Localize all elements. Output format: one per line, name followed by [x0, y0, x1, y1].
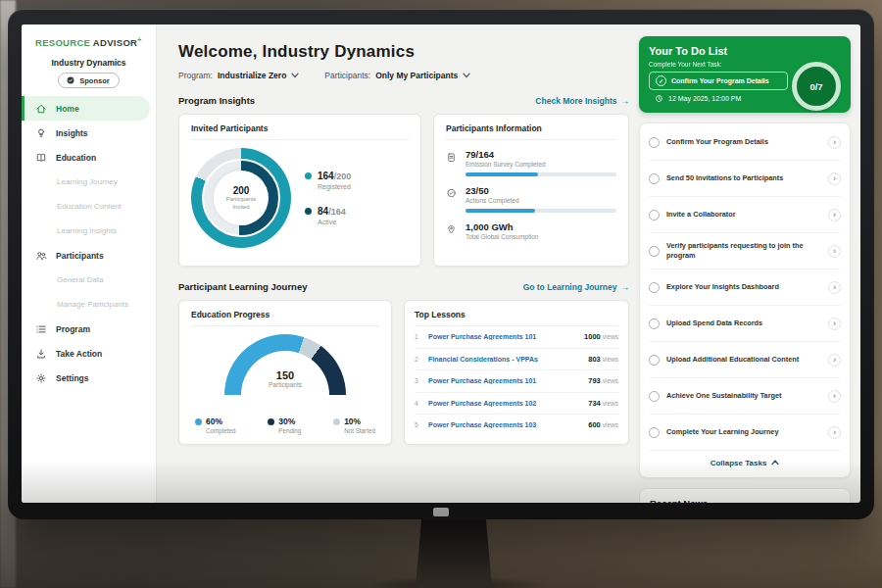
- recent-news-title: Recent News: [650, 498, 840, 503]
- legend-item-pending: 30% Pending: [268, 416, 301, 434]
- legend-dot: [268, 418, 274, 425]
- nav-label: Learning Insights: [57, 226, 117, 235]
- consumption-label: Total Global Consumption: [466, 233, 616, 240]
- sponsor-badge[interactable]: Sponsor: [58, 73, 119, 88]
- lesson-views-suffix: views: [603, 377, 618, 384]
- task-item[interactable]: Verify participants requesting to join t…: [649, 233, 841, 270]
- chevron-right-icon[interactable]: ›: [828, 354, 841, 367]
- program-list-icon: [35, 323, 48, 335]
- lesson-views: 734: [588, 399, 601, 408]
- monitor-stand: [416, 517, 492, 588]
- lesson-link[interactable]: Power Purchase Agreements 101: [428, 333, 578, 340]
- learning-journey-cards: Education Progress 150 Participants: [178, 300, 629, 445]
- task-label: Upload Spend Data Records: [666, 318, 821, 328]
- legend-item-active: 84/164 Active: [305, 206, 351, 225]
- chevron-right-icon[interactable]: ›: [828, 172, 841, 185]
- top-lessons-card-title: Top Lessons: [415, 310, 618, 326]
- participants-dropdown[interactable]: Participants: Only My Participants: [324, 71, 470, 80]
- lesson-views-suffix: views: [603, 421, 618, 428]
- task-checkbox[interactable]: [649, 173, 660, 184]
- arrow-right-icon: →: [621, 96, 630, 106]
- chevron-right-icon[interactable]: ›: [828, 281, 841, 294]
- check-more-insights-link[interactable]: Check More Insights →: [535, 96, 629, 106]
- learning-journey-section-head: Participant Learning Journey Go to Learn…: [178, 281, 629, 292]
- learning-journey-title: Participant Learning Journey: [178, 281, 307, 292]
- sidebar-item-take-action[interactable]: Take Action: [22, 341, 156, 366]
- task-item[interactable]: Achieve One Sustainability Target ›: [649, 378, 841, 415]
- task-item[interactable]: Explore Your Insights Dashboard ›: [649, 270, 841, 306]
- lesson-views-suffix: views: [603, 333, 618, 340]
- legend-dot: [305, 208, 312, 215]
- todo-next-task[interactable]: ✓ Confirm Your Program Details: [649, 72, 788, 90]
- sidebar-item-education[interactable]: Education: [22, 145, 156, 170]
- lesson-link[interactable]: Power Purchase Agreements 103: [428, 421, 582, 428]
- todo-card: Your To Do List Complete Your Next Task:…: [639, 36, 851, 113]
- nav-label: Program: [56, 324, 90, 334]
- participants-information-card: Participants Information 79/164 Emission…: [433, 114, 629, 267]
- task-item[interactable]: Confirm Your Program Details ›: [649, 124, 841, 161]
- task-checkbox[interactable]: [649, 282, 660, 293]
- chevron-right-icon[interactable]: ›: [828, 245, 841, 258]
- legend-label: Registered: [318, 183, 351, 190]
- sidebar-item-learning-journey[interactable]: Learning Journey: [22, 170, 156, 194]
- chevron-right-icon[interactable]: ›: [828, 209, 841, 221]
- task-checkbox[interactable]: [649, 210, 660, 220]
- task-checkbox[interactable]: [649, 246, 660, 257]
- program-dropdown[interactable]: Program: Industrialize Zero: [178, 71, 299, 80]
- chevron-right-icon[interactable]: ›: [828, 318, 841, 330]
- task-item[interactable]: Invite a Collaborator ›: [649, 197, 841, 233]
- task-checkbox[interactable]: [649, 137, 660, 148]
- chevron-right-icon[interactable]: ›: [828, 136, 841, 149]
- lesson-rank: 1: [415, 333, 422, 340]
- brand-plus: +: [137, 36, 141, 43]
- sidebar-item-participants[interactable]: Participants: [22, 243, 156, 268]
- task-checkbox[interactable]: [649, 318, 660, 329]
- nav-label: Home: [56, 104, 79, 114]
- task-item[interactable]: Send 50 Invitations to Participants ›: [649, 161, 841, 197]
- arrow-right-icon: →: [621, 282, 630, 292]
- stand-shadow: [323, 572, 588, 588]
- sidebar-item-settings[interactable]: Settings: [22, 366, 156, 390]
- recent-news-card: Recent News: [639, 488, 851, 503]
- survey-progress-track: [466, 172, 616, 176]
- task-label: Confirm Your Program Details: [666, 137, 821, 147]
- sidebar-item-insights[interactable]: Insights: [22, 121, 156, 145]
- lesson-views-suffix: views: [603, 356, 618, 363]
- go-to-learning-journey-link[interactable]: Go to Learning Journey →: [523, 282, 629, 292]
- home-icon: [35, 103, 48, 115]
- todo-title: Your To Do List: [649, 45, 841, 57]
- lesson-views: 803: [588, 355, 601, 364]
- collapse-tasks-button[interactable]: Collapse Tasks: [649, 451, 841, 474]
- sidebar-item-general-data[interactable]: General Data: [22, 268, 156, 292]
- chevron-right-icon[interactable]: ›: [828, 426, 841, 439]
- sidebar-item-manage-participants[interactable]: Manage Participants: [22, 292, 156, 317]
- sidebar-item-learning-insights[interactable]: Learning Insights: [22, 219, 156, 243]
- sidebar-item-home[interactable]: Home: [22, 96, 150, 121]
- chevron-down-icon: [463, 73, 470, 78]
- lesson-row: 2 Financial Considerations - VPPAs 803vi…: [415, 349, 618, 371]
- lesson-link[interactable]: Power Purchase Agreements 102: [428, 400, 582, 407]
- task-checkbox[interactable]: [649, 355, 660, 366]
- chevron-right-icon[interactable]: ›: [828, 390, 841, 403]
- legend-label: Active: [318, 219, 346, 225]
- task-checkbox[interactable]: [649, 427, 660, 438]
- task-item[interactable]: Upload Spend Data Records ›: [649, 306, 841, 342]
- sidebar-item-education-content[interactable]: Education Content: [22, 194, 156, 219]
- lesson-link[interactable]: Financial Considerations - VPPAs: [428, 356, 582, 363]
- lesson-link[interactable]: Power Purchase Agreements 101: [428, 377, 582, 384]
- photo-background: RESOURCE ADVISOR+ Industry Dynamics Spon…: [0, 0, 882, 588]
- task-checkbox[interactable]: [649, 391, 660, 402]
- consumption-value: 1,000 GWh: [466, 221, 616, 232]
- survey-value: 79/164: [466, 149, 616, 160]
- legend-item-registered: 164/200 Registered: [305, 171, 351, 190]
- task-item[interactable]: Upload Additional Educational Content ›: [649, 342, 841, 378]
- education-icon: [35, 152, 48, 164]
- lesson-rank: 3: [415, 377, 422, 384]
- survey-progress-fill: [466, 172, 538, 176]
- task-item[interactable]: Complete Your Learning Journey ›: [649, 415, 841, 451]
- participants-dropdown-value: Only My Participants: [375, 71, 458, 80]
- actions-progress-fill: [466, 209, 535, 213]
- todo-progress-ring: 0/7: [792, 62, 841, 111]
- sidebar-item-program[interactable]: Program: [22, 317, 156, 341]
- education-legend: 60% Completed 30% Pending 10%: [191, 416, 379, 434]
